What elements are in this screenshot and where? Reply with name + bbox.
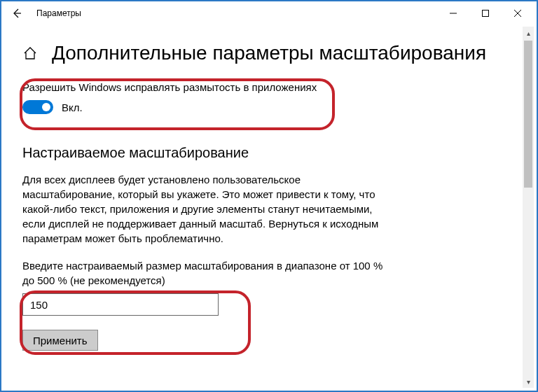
- custom-scale-input[interactable]: [22, 293, 219, 316]
- fix-blur-toggle-row: Вкл.: [22, 100, 511, 114]
- fix-blur-label: Разрешить Windows исправлять размытость …: [22, 81, 511, 93]
- maximize-icon: [481, 9, 490, 18]
- apply-button[interactable]: Применить: [22, 330, 98, 351]
- fix-blur-toggle-text: Вкл.: [62, 102, 83, 113]
- custom-scaling-prompt: Введите настраиваемый размер масштабиров…: [22, 258, 387, 288]
- arrow-left-icon: [11, 8, 22, 19]
- fix-blur-toggle[interactable]: [22, 100, 53, 114]
- minimize-icon: [449, 9, 457, 18]
- back-button[interactable]: [4, 3, 29, 24]
- svg-rect-0: [483, 10, 489, 17]
- close-icon: [513, 9, 522, 18]
- page-header: Дополнительные параметры масштабирования: [22, 42, 516, 64]
- page-title: Дополнительные параметры масштабирования: [52, 42, 486, 64]
- custom-scaling-description: Для всех дисплеев будет установлено поль…: [22, 172, 380, 246]
- fix-blur-section: Разрешить Windows исправлять размытость …: [22, 77, 516, 120]
- home-icon[interactable]: [22, 46, 38, 61]
- close-button[interactable]: [502, 3, 534, 24]
- minimize-button[interactable]: [437, 3, 469, 24]
- maximize-button[interactable]: [469, 3, 502, 24]
- custom-scaling-heading: Настраиваемое масштабирование: [22, 145, 516, 161]
- content: Дополнительные параметры масштабирования…: [1, 25, 537, 351]
- custom-scaling-controls: Применить: [22, 293, 516, 351]
- titlebar: Параметры: [1, 1, 537, 25]
- window-title: Параметры: [29, 8, 81, 18]
- scroll-down-icon[interactable]: ▾: [523, 375, 534, 388]
